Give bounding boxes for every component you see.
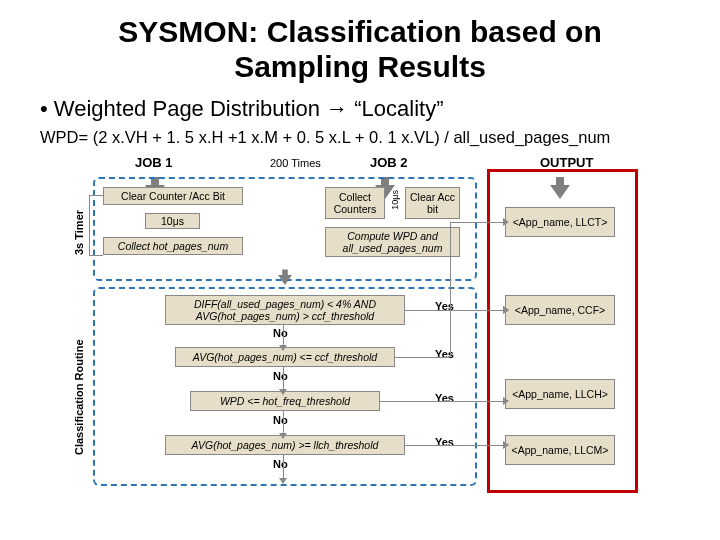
box-collect-counters: Collect Counters xyxy=(325,187,385,219)
box-compute-wpd: Compute WPD and all_used_pages_num xyxy=(325,227,460,257)
label-10us-tiny: 10μs xyxy=(390,190,400,210)
output-llct: <App_name, LLCT> xyxy=(505,207,615,237)
label-200-times: 200 Times xyxy=(270,157,321,169)
box-clear-counter: Clear Counter /Acc Bit xyxy=(103,187,243,205)
arrow-down-icon xyxy=(278,275,292,285)
label-no: No xyxy=(273,458,288,470)
output-ccf: <App_name, CCF> xyxy=(505,295,615,325)
label-classification-routine: Classification Routine xyxy=(73,305,85,455)
flow-diagram: JOB 1 200 Times JOB 2 OUTPUT 3s Timer Cl… xyxy=(75,155,645,490)
label-yes: Yes xyxy=(435,348,454,360)
box-collect-hot-pages: Collect hot_pages_num xyxy=(103,237,243,255)
output-llch: <App_name, LLCH> xyxy=(505,379,615,409)
label-no: No xyxy=(273,370,288,382)
decision-diff-avg: DIFF(all_used_pages_num) < 4% AND AVG(ho… xyxy=(165,295,405,325)
label-3s-timer: 3s Timer xyxy=(73,195,85,255)
slide-title: SYSMON: Classification based on Sampling… xyxy=(40,15,680,84)
box-10us: 10μs xyxy=(145,213,200,229)
label-output: OUTPUT xyxy=(540,155,593,170)
label-yes: Yes xyxy=(435,436,454,448)
title-line-1: SYSMON: Classification based on xyxy=(118,15,601,48)
wpd-formula: WPD= (2 x.VH + 1. 5 x.H +1 x.M + 0. 5 x.… xyxy=(40,128,680,147)
box-clear-acc-bit: Clear Acc bit xyxy=(405,187,460,219)
output-llcm: <App_name, LLCM> xyxy=(505,435,615,465)
title-line-2: Sampling Results xyxy=(234,50,486,83)
label-yes: Yes xyxy=(435,392,454,404)
label-no: No xyxy=(273,327,288,339)
bullet-line: • Weighted Page Distribution → “Locality… xyxy=(40,96,680,122)
label-job1: JOB 1 xyxy=(135,155,173,170)
label-job2: JOB 2 xyxy=(370,155,408,170)
label-no: No xyxy=(273,414,288,426)
